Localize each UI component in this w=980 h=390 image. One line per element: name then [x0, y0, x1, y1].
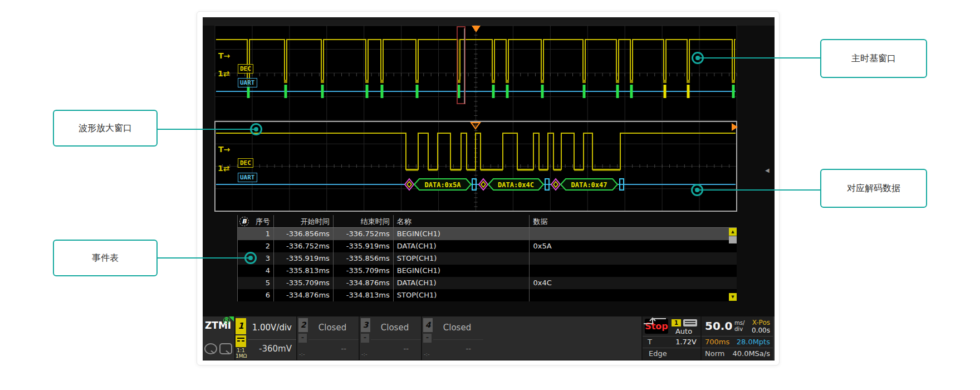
event-table-cell: -336.752ms: [334, 228, 394, 240]
dc-coupling-icon[interactable]: [236, 335, 246, 347]
probe-ratio: 1:1: [236, 348, 246, 353]
callout-dot-decode-data: [691, 184, 703, 196]
side-panel-collapse-icon[interactable]: ◀: [765, 167, 770, 173]
channel3-block[interactable]: 3-Closed-:---: [360, 316, 421, 360]
annotated-oscilloscope-screenshot: DATA:0x5ADATA:0x4CDATA:0x47 T→ 1⇄ DEC UA…: [0, 0, 980, 390]
scrollbar-thumb[interactable]: [729, 236, 737, 243]
status-bar: ZTMI R 1 1:1 1MΩ 1.00V/div -360mV: [203, 316, 775, 360]
event-table-row[interactable]: 3-335.919ms-335.856msSTOP(CH1): [237, 252, 737, 265]
callout-event-table-label: 事件表: [92, 252, 119, 264]
event-table-row[interactable]: 6-334.876ms-334.813msSTOP(CH1): [237, 289, 737, 301]
event-table-cell: 1: [238, 228, 274, 240]
corner-flag-icon: [229, 316, 234, 321]
trigger-level-label: T: [648, 338, 652, 346]
event-table-cell: -336.856ms: [274, 228, 334, 240]
event-table-cell: -335.856ms: [334, 252, 394, 265]
event-table-cell: STOP(CH1): [394, 289, 530, 301]
oscilloscope-screen: DATA:0x5ADATA:0x4CDATA:0x47 T→ 1⇄ DEC UA…: [203, 17, 775, 360]
scroll-down-icon[interactable]: ▼: [729, 293, 737, 301]
event-table-cell: 0x5A: [530, 240, 737, 252]
uart-bus-label-zoom[interactable]: UART: [238, 173, 257, 182]
channel1-position-marker-zoom: 1⇄: [218, 164, 229, 173]
trigger-level-marker-main: T→: [218, 51, 230, 60]
channel-value: --: [404, 344, 409, 353]
scroll-up-icon[interactable]: ▲: [729, 228, 737, 236]
event-table-cell: STOP(CH1): [394, 252, 530, 265]
capture-range: 700ms: [705, 338, 729, 346]
callout-line-main-timebase: [698, 57, 820, 58]
event-table-cell: BEGIN(CH1): [394, 228, 530, 240]
event-table-row[interactable]: 5-335.709ms-334.876msDATA(CH1)0x4C: [237, 277, 737, 289]
decode-label-main[interactable]: DEC: [238, 64, 253, 74]
sample-rate: 40.0MSa/s: [732, 349, 770, 358]
trigger-block[interactable]: Stop 1 Auto T 1.72V Edge: [643, 316, 700, 360]
channel-value: --: [466, 344, 471, 353]
timebase-scale: 50.0: [705, 319, 732, 333]
callout-dot-main-timebase: [692, 52, 704, 64]
channel2-badge[interactable]: 2: [298, 318, 308, 332]
timebase-block[interactable]: 50.0 ms/ div X-Pos 0.00s 700ms 28.0Mpts …: [702, 316, 773, 360]
event-table-row[interactable]: 2-336.752ms-335.919msDATA(CH1)0x5A: [237, 240, 737, 252]
channel-value: --: [341, 344, 346, 353]
bus-list-icon[interactable]: B: [239, 217, 249, 226]
xpos-value: 0.00s: [752, 326, 770, 334]
channel-status: Closed: [371, 323, 419, 333]
trigger-level-marker-zoom: T→: [218, 145, 230, 154]
event-table-cell: -334.876ms: [334, 277, 394, 289]
timebase-unit: ms/ div: [734, 320, 744, 332]
event-table-scrollbar[interactable]: ▲ ▼: [729, 228, 737, 301]
channel3-badge[interactable]: 3: [361, 318, 370, 332]
channel-placeholder: -:-: [424, 351, 430, 357]
channel-minus-badge: -: [361, 334, 369, 343]
decode-frame-label: DATA:0x4C: [498, 181, 534, 189]
event-table-column-header: 名称: [394, 215, 530, 227]
touch-pad-icon[interactable]: [219, 343, 232, 354]
channel-status: Closed: [433, 323, 481, 333]
channel1-position-marker-main: 1⇄: [218, 69, 229, 78]
channel1-block[interactable]: 1 1:1 1MΩ 1.00V/div -360mV: [236, 316, 296, 360]
brand-logo-block: ZTMI R: [203, 316, 234, 360]
event-table-column-header: 开始时间: [274, 215, 334, 227]
callout-main-timebase: 主时基窗口: [820, 39, 927, 78]
callout-line-zoom-window: [158, 129, 256, 130]
channel2-block[interactable]: 2-Closed-:---: [297, 316, 359, 360]
acquisition-mode: Norm: [705, 349, 724, 358]
channel-status: Closed: [308, 323, 356, 333]
event-table-cell: BEGIN(CH1): [394, 265, 530, 277]
event-table-cell: 4: [238, 265, 274, 277]
trigger-type: Edge: [649, 349, 667, 358]
channel4-badge[interactable]: 4: [423, 318, 433, 332]
channel-placeholder: -:-: [299, 351, 305, 357]
event-table-cell: [530, 265, 737, 277]
event-table-cell: -335.813ms: [274, 265, 334, 277]
touch-gesture-icon[interactable]: [204, 343, 217, 354]
event-table-cell: 6: [238, 289, 274, 301]
channel1-offset: -360mV: [248, 344, 292, 354]
event-table-cell: -335.919ms: [274, 252, 334, 265]
event-table-row[interactable]: 4-335.813ms-335.709msBEGIN(CH1): [237, 265, 737, 277]
event-table-cell: 2: [238, 240, 274, 252]
uart-bus-label-main[interactable]: UART: [238, 78, 257, 87]
waveform-display: DATA:0x5ADATA:0x4CDATA:0x47: [203, 17, 775, 360]
event-table-cell: [530, 289, 737, 301]
event-table-cell: DATA(CH1): [394, 240, 530, 252]
channel4-block[interactable]: 4-Closed-:---: [422, 316, 483, 360]
callout-line-event-table: [158, 257, 251, 259]
trigger-source-badge: 1: [672, 319, 681, 326]
xpos-label: X-Pos: [752, 319, 770, 326]
event-table-cell: [530, 228, 737, 240]
channel-placeholder: -:-: [361, 351, 367, 357]
event-table-cell: -335.919ms: [334, 240, 394, 252]
decode-frame-label: DATA:0x5A: [424, 181, 461, 189]
event-table-header: B 序号开始时间结束时间名称数据: [237, 215, 737, 228]
event-table-row[interactable]: 1-336.856ms-336.752msBEGIN(CH1): [237, 228, 737, 240]
channel1-badge[interactable]: 1: [236, 318, 246, 334]
callout-decode-data: 对应解码数据: [820, 169, 927, 208]
rising-edge-icon: [643, 316, 667, 325]
event-table-cell: -335.709ms: [334, 265, 394, 277]
callout-zoom-window-label: 波形放大窗口: [79, 123, 132, 134]
decode-label-zoom[interactable]: DEC: [238, 158, 253, 168]
channel-minus-badge: -: [298, 334, 307, 343]
event-table-cell: -336.752ms: [274, 240, 334, 252]
callout-dot-zoom-window: [250, 123, 262, 135]
